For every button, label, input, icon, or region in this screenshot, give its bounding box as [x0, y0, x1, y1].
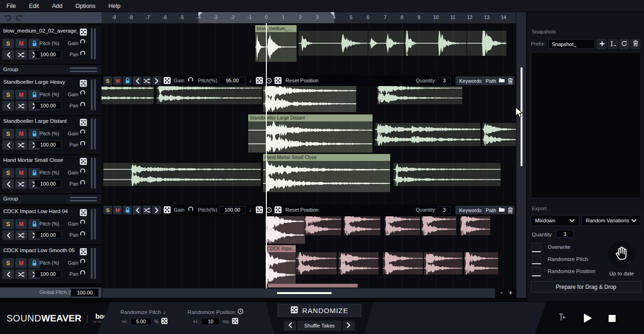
shuffle-take-button[interactable]	[142, 76, 151, 85]
audio-clip[interactable]: Hand Mortar Small Close3	[263, 154, 390, 192]
dice-icon[interactable]	[80, 158, 87, 167]
zoom-in-button[interactable]: +	[506, 288, 515, 298]
dice-icon[interactable]	[163, 77, 171, 86]
delete-group-button[interactable]	[506, 76, 515, 85]
randomize-pitch-input[interactable]	[130, 318, 152, 325]
keywords-button[interactable]: Keywords	[455, 76, 485, 85]
audio-clip[interactable]: 3	[344, 213, 380, 235]
audio-clip[interactable]: blow_medium_...1	[255, 25, 297, 62]
quantity-input[interactable]	[438, 206, 451, 214]
gain-knob[interactable]	[80, 39, 85, 44]
stop-icon[interactable]	[609, 315, 616, 322]
audio-clip[interactable]: 5	[421, 213, 456, 235]
gain-knob[interactable]	[80, 90, 85, 95]
vertical-scrollbar[interactable]	[516, 12, 526, 298]
undo-icon[interactable]	[4, 14, 12, 21]
checkbox-overwrite[interactable]	[532, 243, 541, 252]
shuffle-take-button[interactable]	[15, 140, 27, 150]
prev-take-button[interactable]	[2, 230, 14, 240]
audio-clip[interactable]: 4	[383, 252, 423, 274]
hscroll-track[interactable]	[102, 288, 495, 298]
dice-icon[interactable]	[232, 318, 238, 325]
pitch-input[interactable]	[34, 270, 61, 278]
path-button[interactable]: Path	[482, 76, 508, 85]
prev-take-button[interactable]	[2, 179, 14, 189]
shuffle-takes-button[interactable]: Shuffle Takes	[298, 321, 341, 331]
randomize-button[interactable]: RANDOMIZE	[278, 304, 361, 317]
mute-button[interactable]: M	[15, 219, 27, 229]
dice-icon[interactable]	[256, 77, 263, 86]
audio-clip[interactable]: 2	[375, 123, 481, 146]
timeline-ruler[interactable]: -9-8-7-6-5-4-3-2-101234567891011121314	[102, 12, 516, 23]
audio-clip[interactable]: 4	[405, 31, 467, 56]
prepare-drag-drop-button[interactable]: Prepare for Drag & Drop	[531, 281, 641, 293]
prev-take-button[interactable]	[2, 50, 14, 60]
prev-take-button[interactable]	[133, 206, 142, 214]
dice-icon[interactable]	[274, 77, 282, 86]
redo-icon[interactable]	[15, 14, 23, 21]
path-button[interactable]: Path	[482, 206, 508, 214]
audio-clip[interactable]: 4	[393, 163, 501, 186]
next-take-button[interactable]	[152, 206, 161, 214]
rename-snapshot-button[interactable]	[608, 39, 618, 49]
delete-group-button[interactable]	[506, 206, 515, 214]
solo-button[interactable]: S	[2, 258, 14, 268]
add-snapshot-button[interactable]	[597, 39, 607, 49]
audio-clip[interactable]: 2	[296, 252, 337, 274]
global-pitch-input[interactable]	[71, 288, 99, 297]
solo-button[interactable]: S	[2, 90, 14, 100]
audio-clip[interactable]: 5	[467, 31, 507, 56]
shuffle-prev-button[interactable]	[284, 321, 296, 331]
prev-take-button[interactable]	[2, 140, 14, 150]
pitch-input[interactable]	[34, 231, 61, 239]
gain-knob[interactable]	[80, 220, 85, 225]
audio-clip[interactable]: 5	[424, 252, 462, 274]
reset-position-button[interactable]: Reset Position	[285, 78, 319, 83]
export-quantity-input[interactable]	[556, 230, 574, 238]
next-take-button[interactable]	[152, 76, 161, 85]
randomize-position-input[interactable]	[201, 318, 220, 325]
pitch-input[interactable]	[34, 50, 61, 58]
pan-knob[interactable]	[80, 270, 85, 275]
menu-item-edit[interactable]: Edit	[22, 0, 46, 12]
dice-icon[interactable]	[80, 119, 87, 128]
solo-button[interactable]: S	[2, 168, 14, 178]
pitch-input[interactable]	[219, 77, 246, 85]
menu-item-add[interactable]: Add	[46, 0, 69, 12]
mute-button[interactable]: M	[113, 206, 122, 214]
gain-knob[interactable]	[80, 259, 85, 264]
audio-clip[interactable]: 6	[460, 213, 490, 235]
dice-icon[interactable]	[274, 206, 282, 215]
keywords-button[interactable]: Keywords	[455, 206, 485, 214]
gain-knob[interactable]	[188, 207, 193, 212]
pan-knob[interactable]	[80, 51, 85, 56]
menu-item-options[interactable]: Options	[69, 0, 102, 12]
menu-item-help[interactable]: Help	[102, 0, 127, 12]
zoom-out-button[interactable]: -	[497, 288, 506, 298]
audio-clip[interactable]: 2	[298, 31, 368, 56]
prev-take-button[interactable]	[2, 101, 14, 111]
prev-take-button[interactable]	[2, 269, 14, 279]
audio-clip[interactable]: 6	[464, 252, 498, 274]
shuffle-next-button[interactable]	[343, 321, 355, 331]
play-from-marker-icon[interactable]	[558, 313, 567, 323]
solo-button[interactable]: S	[2, 219, 14, 229]
mute-button[interactable]: M	[15, 39, 27, 48]
solo-button[interactable]: S	[2, 129, 14, 139]
pan-knob[interactable]	[80, 141, 85, 146]
shuffle-take-button[interactable]	[15, 230, 27, 240]
pitch-input[interactable]	[219, 206, 246, 214]
dice-icon[interactable]	[80, 248, 87, 257]
audio-clip[interactable]: CDCK Impa...1	[265, 245, 296, 284]
audio-clip[interactable]: 4	[385, 213, 420, 235]
dice-icon[interactable]	[80, 80, 87, 89]
mute-button[interactable]: M	[15, 129, 27, 139]
group-row[interactable]: Group	[0, 194, 102, 204]
delete-snapshot-button[interactable]	[630, 39, 640, 49]
export-format-select[interactable]: Mixdown	[531, 215, 579, 226]
solo-button[interactable]: S	[2, 39, 14, 48]
quantity-input[interactable]	[438, 77, 451, 85]
snapshot-prefix-input[interactable]	[549, 39, 595, 49]
mute-button[interactable]: M	[15, 90, 27, 100]
audio-clip[interactable]: 3	[482, 123, 516, 146]
